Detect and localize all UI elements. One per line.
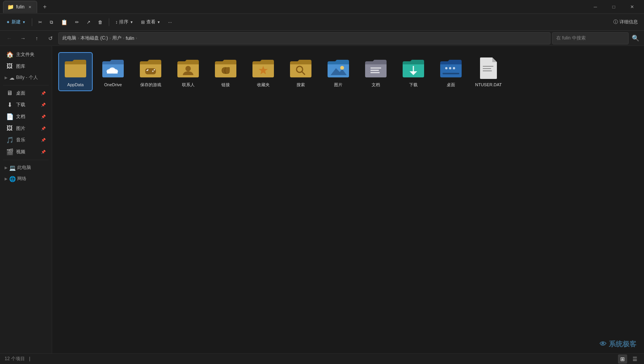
new-label: 新建 <box>11 19 21 25</box>
svg-rect-15 <box>370 67 381 69</box>
searches-icon-wrapper <box>288 56 313 80</box>
network-expand-icon: ▶ <box>5 177 8 181</box>
rename-button[interactable]: ✏ <box>72 16 82 28</box>
delete-button[interactable]: 🗑 <box>95 16 106 28</box>
documents-icon: 📄 <box>6 113 13 120</box>
close-button[interactable]: ✕ <box>623 1 641 13</box>
downloads-folder-icon <box>402 58 425 78</box>
svg-rect-6 <box>147 69 148 71</box>
status-count: 12 个项目 | <box>5 356 33 362</box>
forward-button[interactable]: → <box>17 32 29 44</box>
sidebar-item-documents[interactable]: 📄 文档 📌 <box>2 111 50 122</box>
sidebar-item-pictures[interactable]: 🖼 图片 📌 <box>2 123 50 134</box>
breadcrumb-users[interactable]: 用户 <box>112 35 121 41</box>
sidebar: 🏠 主文件夹 🖼 图库 ▶ ☁ Billy - 个人 🖥 桌面 📌 ⬇ 下载 📌… <box>0 46 52 353</box>
search-button[interactable]: 🔍 <box>630 33 641 44</box>
file-item-appdata[interactable]: AppData <box>58 52 93 91</box>
contacts-folder-icon <box>177 58 200 78</box>
cut-button[interactable]: ✂ <box>35 16 45 28</box>
breadcrumb[interactable]: 此电脑 › 本地磁盘 (C:) › 用户 › fulin › <box>58 32 551 44</box>
details-button[interactable]: ⓘ 详细信息 <box>610 16 641 28</box>
breadcrumb-sep-2: › <box>110 36 111 40</box>
onedrive-folder-icon <box>102 58 125 78</box>
documents-label: 文档 <box>372 82 380 87</box>
file-item-downloads[interactable]: 下载 <box>396 52 431 91</box>
svg-point-7 <box>154 69 155 71</box>
file-item-contacts[interactable]: 联系人 <box>171 52 205 91</box>
new-button[interactable]: ✦ 新建 ▼ <box>3 16 29 28</box>
view-button[interactable]: ⊞ 查看 ▼ <box>138 16 164 28</box>
sidebar-label-desktop: 桌面 <box>16 90 25 97</box>
file-item-onedrive[interactable]: OneDrive <box>96 52 130 91</box>
links-folder-icon <box>214 58 237 78</box>
sidebar-item-videos[interactable]: 🎬 视频 📌 <box>2 146 50 157</box>
details-icon: ⓘ <box>613 19 618 25</box>
breadcrumb-c[interactable]: 本地磁盘 (C:) <box>80 35 108 41</box>
back-button[interactable]: ← <box>3 32 15 44</box>
favorites-icon-wrapper <box>251 56 275 80</box>
links-label: 链接 <box>221 82 230 87</box>
contacts-label: 联系人 <box>182 82 195 87</box>
sidebar-section-network[interactable]: ▶ 🌐 网络 <box>2 174 50 184</box>
search-box[interactable]: 在 fulin 中搜索 <box>552 32 629 44</box>
pc-icon: 💻 <box>9 165 16 171</box>
ntuser-label: NTUSER.DAT <box>475 82 501 87</box>
sort-icon: ↕ <box>115 20 118 25</box>
breadcrumb-sep-3: › <box>123 36 124 40</box>
minimize-button[interactable]: ─ <box>587 1 604 13</box>
desktop-folder-icon <box>439 58 462 78</box>
sidebar-item-desktop[interactable]: 🖥 桌面 📌 <box>2 88 50 98</box>
gallery-icon: 🖼 <box>6 63 13 70</box>
up-button[interactable]: ↑ <box>31 32 43 44</box>
copy-button[interactable]: ⧉ <box>47 16 56 28</box>
music-icon: 🎵 <box>6 136 13 144</box>
ntuser-icon-wrapper <box>476 56 501 80</box>
list-view-button[interactable]: ☰ <box>630 354 639 364</box>
file-item-saved-games[interactable]: 保存的游戏 <box>133 52 168 91</box>
refresh-button[interactable]: ↺ <box>44 32 57 44</box>
breadcrumb-pc[interactable]: 此电脑 <box>62 35 76 41</box>
view-label: 查看 <box>146 19 156 25</box>
sidebar-label-home: 主文件夹 <box>16 51 34 58</box>
appdata-icon-wrapper <box>63 56 88 80</box>
sidebar-item-downloads[interactable]: ⬇ 下载 📌 <box>2 99 50 110</box>
appdata-label: AppData <box>67 82 84 87</box>
watermark: 👁 系统极客 <box>600 339 636 349</box>
active-tab[interactable]: 📁 fulin ✕ <box>3 1 37 13</box>
file-item-ntuser[interactable]: NTUSER.DAT <box>471 52 506 91</box>
desktop-label: 桌面 <box>447 82 455 87</box>
sidebar-section-pc[interactable]: ▶ 💻 此电脑 <box>2 162 50 173</box>
share-button[interactable]: ↗ <box>84 16 93 28</box>
grid-view-button[interactable]: ⊞ <box>618 354 627 364</box>
sidebar-item-music[interactable]: 🎵 音乐 📌 <box>2 134 50 146</box>
file-item-searches[interactable]: 搜索 <box>283 52 318 91</box>
more-button[interactable]: ··· <box>165 16 175 28</box>
watermark-eye-icon: 👁 <box>600 340 606 348</box>
file-item-pictures[interactable]: 图片 <box>321 52 356 91</box>
file-item-links[interactable]: 链接 <box>208 52 243 91</box>
search-placeholder: 在 fulin 中搜索 <box>556 35 586 41</box>
count-text: 12 个项目 <box>5 356 25 361</box>
sidebar-item-home[interactable]: 🏠 主文件夹 <box>2 49 50 60</box>
tab-close-button[interactable]: ✕ <box>27 4 33 10</box>
file-item-favorites[interactable]: 收藏夹 <box>246 52 280 91</box>
file-item-documents[interactable]: 文档 <box>359 52 393 91</box>
file-item-desktop[interactable]: 桌面 <box>434 52 468 91</box>
title-bar-left: 📁 fulin ✕ + <box>3 1 587 13</box>
svg-point-21 <box>449 67 451 69</box>
search-icon: 🔍 <box>632 34 639 42</box>
pictures-folder-icon <box>327 58 350 78</box>
saved-games-folder-icon <box>139 58 162 78</box>
paste-button[interactable]: 📋 <box>58 16 70 28</box>
breadcrumb-current[interactable]: fulin <box>126 36 134 41</box>
svg-point-9 <box>185 66 191 71</box>
sidebar-item-gallery[interactable]: 🖼 图库 <box>2 61 50 72</box>
rename-icon: ✏ <box>75 20 79 25</box>
maximize-button[interactable]: □ <box>605 1 623 13</box>
sidebar-section-personal[interactable]: ▶ ☁ Billy - 个人 <box>2 72 50 83</box>
sort-button[interactable]: ↕ 排序 ▼ <box>112 16 136 28</box>
pictures-folder-icon-wrapper <box>326 56 351 80</box>
breadcrumb-sep-1: › <box>78 36 79 40</box>
sidebar-label-gallery: 图库 <box>16 63 25 70</box>
new-tab-button[interactable]: + <box>39 2 50 12</box>
